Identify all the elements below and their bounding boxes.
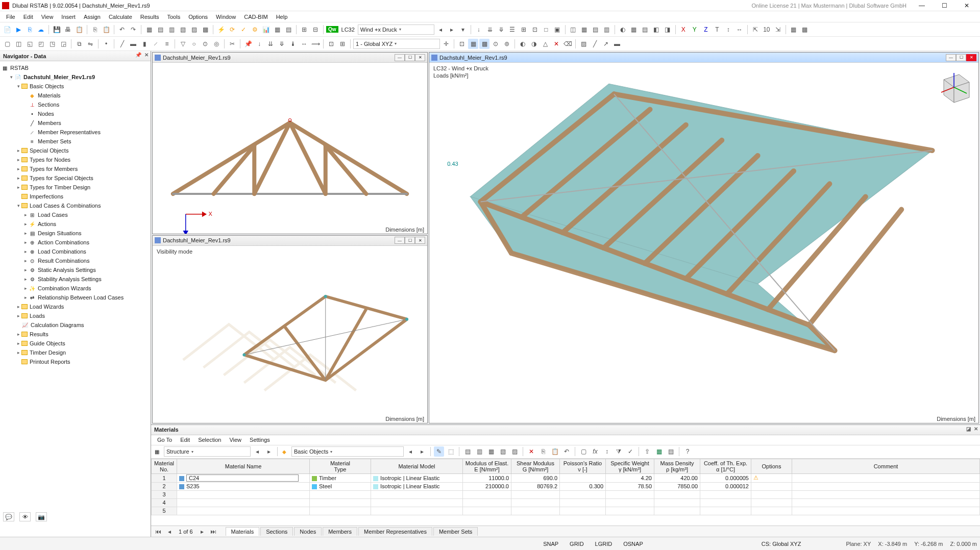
- edit-row-icon[interactable]: ✎: [434, 446, 444, 457]
- menu-help[interactable]: Help: [272, 13, 292, 21]
- next-page-icon[interactable]: ▸: [197, 527, 207, 537]
- node-icon[interactable]: •: [101, 39, 111, 49]
- misc2-icon[interactable]: ▦: [629, 24, 639, 35]
- snap4-icon[interactable]: ⊙: [491, 39, 501, 49]
- render1-icon[interactable]: ▦: [789, 24, 799, 35]
- calc4-icon[interactable]: 📊: [261, 24, 271, 35]
- tree-load-comb[interactable]: ▸⊗Load Combinations: [1, 247, 150, 256]
- tree-types-timber[interactable]: ▸Types for Timber Design: [1, 183, 150, 192]
- snap1-icon[interactable]: ⊡: [457, 39, 467, 49]
- cloud-open-icon[interactable]: ☁: [36, 24, 46, 35]
- row3-icon[interactable]: ▨: [509, 446, 520, 457]
- table-row[interactable]: 1 C24 Timber Isotropic | Linear Elastic …: [152, 473, 980, 482]
- view-3d-main[interactable]: Dachstuhl_Meier_Rev1.rs9 —☐✕ LC32 - Wind…: [429, 52, 979, 423]
- paste-row-icon[interactable]: 📋: [550, 446, 560, 457]
- sel-icon[interactable]: ▢: [2, 39, 12, 49]
- tab-member-rep[interactable]: Member Representatives: [358, 527, 432, 536]
- str-ld-icon[interactable]: ↔: [299, 39, 309, 49]
- row2-icon[interactable]: ▧: [498, 446, 508, 457]
- materials-table[interactable]: Material No. Material Name Material Type…: [151, 459, 980, 515]
- scale2-icon[interactable]: 10: [762, 24, 772, 35]
- del-row-icon[interactable]: ▥: [474, 446, 484, 457]
- mat-menu-view[interactable]: View: [225, 436, 246, 444]
- open-icon[interactable]: ▶: [13, 24, 23, 35]
- load-case-dropdown[interactable]: Wind +x Druck: [358, 24, 434, 35]
- tree-actions[interactable]: ▸⚡Actions: [1, 219, 150, 229]
- calc3-icon[interactable]: ⚙: [250, 24, 260, 35]
- print-icon[interactable]: 🖶: [63, 24, 73, 35]
- disp1-icon[interactable]: ◫: [568, 24, 578, 35]
- menu-calculate[interactable]: Calculate: [105, 13, 136, 21]
- tree-load-cases[interactable]: ▸⊞Load Cases: [1, 210, 150, 219]
- minimize-button[interactable]: —: [911, 0, 933, 11]
- layout4-icon[interactable]: ▨: [189, 24, 199, 35]
- del2-row-icon[interactable]: ✕: [526, 446, 536, 457]
- view-max-icon[interactable]: ☐: [405, 54, 415, 61]
- find-icon[interactable]: ▢: [578, 446, 589, 457]
- status-grid[interactable]: GRID: [568, 540, 586, 547]
- pin-icon[interactable]: ◪: [966, 426, 971, 432]
- open2-icon[interactable]: ⎘: [24, 24, 35, 35]
- table-row[interactable]: 3: [152, 490, 980, 498]
- scale3-icon[interactable]: ⇲: [773, 24, 783, 35]
- maximize-button[interactable]: ☐: [933, 0, 955, 11]
- beam-icon[interactable]: ▬: [128, 39, 138, 49]
- view-max-icon[interactable]: ☐: [956, 54, 966, 61]
- tab-nodes[interactable]: Nodes: [294, 527, 322, 536]
- prev-icon[interactable]: ◂: [252, 446, 262, 457]
- mir-icon[interactable]: ⇋: [85, 39, 95, 49]
- filter-icon[interactable]: ▾: [458, 24, 468, 35]
- imp-ld-icon[interactable]: ⟿: [310, 39, 321, 49]
- check-icon[interactable]: ✓: [625, 446, 635, 457]
- member-icon[interactable]: ╱: [117, 39, 127, 49]
- status-snap[interactable]: SNAP: [541, 540, 560, 547]
- col-icon[interactable]: ▮: [139, 39, 150, 49]
- export-icon[interactable]: ⇪: [642, 446, 652, 457]
- thick-icon[interactable]: ▬: [612, 39, 622, 49]
- tree-stability-settings[interactable]: ▸⚙Stability Analysis Settings: [1, 274, 150, 284]
- disp2-icon[interactable]: ▦: [579, 24, 590, 35]
- ar-ld-icon[interactable]: ⤋: [277, 39, 287, 49]
- navigator-tree[interactable]: ▦RSTAB ▾📄Dachstuhl_Meier_Rev1.rs9 ▾Basic…: [0, 61, 151, 537]
- tree-design-sit[interactable]: ▸▤Design Situations: [1, 229, 150, 238]
- view-close-icon[interactable]: ✕: [415, 237, 425, 244]
- camera-icon[interactable]: 📷: [36, 512, 47, 521]
- tree-types-special[interactable]: ▸Types for Special Objects: [1, 173, 150, 183]
- color-icon[interactable]: ▨: [578, 39, 589, 49]
- calc6-icon[interactable]: ▤: [283, 24, 293, 35]
- prev-lc-icon[interactable]: ◂: [435, 24, 446, 35]
- cs1-icon[interactable]: ✛: [441, 39, 451, 49]
- tree-member-sets[interactable]: ≡Member Sets: [1, 137, 150, 146]
- menu-window[interactable]: Window: [212, 13, 240, 21]
- tree-nodes[interactable]: •Nodes: [1, 109, 150, 118]
- sort-icon[interactable]: ↕: [602, 446, 612, 457]
- tab-member-sets[interactable]: Member Sets: [433, 527, 478, 536]
- supp-icon[interactable]: ▽: [178, 39, 188, 49]
- view-max-icon[interactable]: ☐: [405, 237, 415, 244]
- hng2-icon[interactable]: ◎: [211, 39, 222, 49]
- tree-root[interactable]: ▦RSTAB: [1, 63, 150, 72]
- copy-row-icon[interactable]: ⎘: [538, 446, 548, 457]
- paste-icon[interactable]: 📋: [101, 24, 111, 35]
- load2-icon[interactable]: ⇊: [485, 24, 495, 35]
- misc5-icon[interactable]: ◨: [663, 24, 673, 35]
- arrow-icon[interactable]: ↗: [601, 39, 611, 49]
- axis-m-icon[interactable]: ↔: [734, 24, 745, 35]
- hinge-icon[interactable]: ○: [189, 39, 199, 49]
- layout1-icon[interactable]: ▤: [155, 24, 165, 35]
- axis-y-icon[interactable]: Y: [690, 24, 700, 35]
- menu-results[interactable]: Results: [136, 13, 163, 21]
- sel6-icon[interactable]: ◲: [58, 39, 68, 49]
- axis-z-icon[interactable]: Z: [701, 24, 711, 35]
- sel3-icon[interactable]: ◱: [24, 39, 35, 49]
- menu-options[interactable]: Options: [184, 13, 212, 21]
- disp4-icon[interactable]: ▥: [602, 24, 612, 35]
- tree-types-members[interactable]: ▸Types for Members: [1, 164, 150, 173]
- next2-icon[interactable]: ▸: [417, 446, 427, 457]
- structure-dropdown[interactable]: Structure: [164, 446, 251, 457]
- mat-menu-settings[interactable]: Settings: [246, 436, 274, 444]
- tmp-ld-icon[interactable]: 🌡: [288, 39, 298, 49]
- axis-x-icon[interactable]: X: [678, 24, 689, 35]
- tree-lcc[interactable]: ▾Load Cases & Combinations: [1, 201, 150, 210]
- calc1-icon[interactable]: ⟳: [227, 24, 237, 35]
